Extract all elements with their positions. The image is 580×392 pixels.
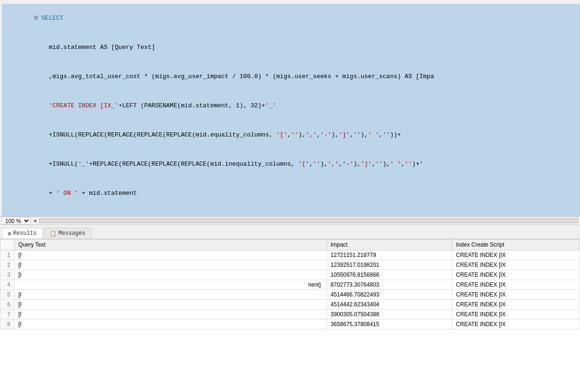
zoom-select[interactable]: 100 % 75 % 50 % 125 % (2, 217, 31, 224)
collapse-icon: ⊟ (34, 15, 41, 22)
cell-query-6: [I (15, 300, 327, 310)
zoom-control: 100 % 75 % 50 % 125 % ◀ (2, 217, 37, 224)
row-num-3: 3 (0, 270, 15, 280)
cell-query-5: [I (15, 290, 327, 300)
cell-impact-2: 12392517.0198201 (326, 260, 452, 270)
line-code-6: +ISNULL('_'+REPLACE(REPLACE(REPLACE(REPL… (2, 150, 580, 178)
cell-query-3: [I (15, 270, 327, 280)
header-row: Query Text Impact Index Create Script (0, 240, 580, 250)
table-row: 8 [I 3658675.37808415 CREATE INDEX [IX (0, 320, 580, 329)
code-line-7: + ' ON ' + mid.statement (2, 179, 580, 208)
col-impact: Impact (326, 240, 452, 250)
cell-impact-8: 3658675.37808415 (326, 320, 452, 329)
cell-query-8: [I (15, 320, 327, 329)
row-num-7: 7 (0, 310, 15, 320)
table-body: 1 [I 12721151.218779 CREATE INDEX [IX 2 … (0, 250, 580, 329)
tab-messages-label: Messages (58, 230, 86, 237)
cell-script-3: CREATE INDEX [IX (452, 270, 580, 280)
tab-messages[interactable]: 📋 Messages (44, 228, 92, 239)
table-header: Query Text Impact Index Create Script (0, 240, 580, 250)
scroll-left-arrow[interactable]: ◀ (32, 218, 37, 224)
code-content: ⊟ SELECT mid.statement AS [Query Text] ,… (0, 0, 580, 216)
row-num-6: 6 (0, 300, 15, 310)
cell-impact-3: 10550976.8156866 (326, 270, 452, 280)
table-row: 5 [I 4514466.70822493 CREATE INDEX [IX (0, 290, 580, 300)
tab-results[interactable]: ⊞ Results (2, 228, 43, 239)
line-code-5: +ISNULL(REPLACE(REPLACE(REPLACE(REPLACE(… (2, 121, 580, 149)
col-rownum (0, 240, 15, 250)
row-num-2: 2 (0, 260, 15, 270)
cell-impact-1: 12721151.218779 (326, 250, 452, 260)
scrollbar-track[interactable] (39, 218, 578, 223)
line-code-1: ⊟ SELECT (2, 4, 580, 32)
table-row: 1 [I 12721151.218779 CREATE INDEX [IX (0, 250, 580, 260)
code-line-2: mid.statement AS [Query Text] (2, 33, 580, 62)
row-num-8: 8 (0, 320, 15, 329)
tab-results-label: Results (13, 230, 37, 237)
row-num-1: 1 (0, 250, 15, 260)
row-num-4: 4 (0, 280, 15, 290)
code-line-5: +ISNULL(REPLACE(REPLACE(REPLACE(REPLACE(… (2, 120, 580, 150)
table-row: 4 nent] 8702773.30764803 CREATE INDEX [I… (0, 280, 580, 290)
row-num-5: 5 (0, 290, 15, 300)
cell-script-1: CREATE INDEX [IX (452, 250, 580, 260)
table-row: 7 [I 3900305.07504388 CREATE INDEX [IX (0, 310, 580, 320)
line-code-3: ,migs.avg_total_user_cost * (migs.avg_us… (2, 63, 580, 91)
col-index-script: Index Create Script (452, 240, 580, 250)
cell-script-7: CREATE INDEX [IX (452, 310, 580, 320)
results-table-container: Query Text Impact Index Create Script 1 … (0, 239, 580, 392)
cell-impact-7: 3900305.07504388 (326, 310, 452, 320)
line-code-7: + ' ON ' + mid.statement (2, 179, 580, 208)
table-row: 6 [I 4514442.62343404 CREATE INDEX [IX (0, 300, 580, 310)
code-editor: ⊟ SELECT mid.statement AS [Query Text] ,… (0, 0, 580, 216)
table-row: 3 [I 10550976.8156866 CREATE INDEX [IX (0, 270, 580, 280)
cell-script-8: CREATE INDEX [IX (452, 320, 580, 329)
code-line-1: ⊟ SELECT (2, 4, 580, 33)
code-line-6: +ISNULL('_'+REPLACE(REPLACE(REPLACE(REPL… (2, 150, 580, 179)
results-panel: ⊞ Results 📋 Messages Query Text Impact I… (0, 225, 580, 392)
cell-impact-4: 8702773.30764803 (326, 280, 452, 290)
col-query-text: Query Text (15, 240, 327, 250)
keyword-select: SELECT (41, 15, 64, 22)
cell-script-5: CREATE INDEX [IX (452, 290, 580, 300)
code-line-4: 'CREATE INDEX [IX_'+LEFT (PARSENAME(mid.… (2, 91, 580, 120)
line-code-4: 'CREATE INDEX [IX_'+LEFT (PARSENAME(mid.… (2, 92, 580, 120)
scrollbar-area: 100 % 75 % 50 % 125 % ◀ (0, 216, 580, 225)
cell-query-1: [I (15, 250, 327, 260)
cell-query-4: nent] (15, 280, 327, 290)
line-code-2: mid.statement AS [Query Text] (2, 33, 580, 62)
results-table: Query Text Impact Index Create Script 1 … (0, 239, 580, 329)
table-row: 2 [I 12392517.0198201 CREATE INDEX [IX (0, 260, 580, 270)
cell-script-2: CREATE INDEX [IX (452, 260, 580, 270)
cell-query-2: [I (15, 260, 327, 270)
cell-script-4: CREATE INDEX [IX (452, 280, 580, 290)
cell-impact-5: 4514466.70822493 (326, 290, 452, 300)
cell-query-7: [I (15, 310, 327, 320)
results-tabs: ⊞ Results 📋 Messages (0, 225, 580, 239)
results-tab-icon: ⊞ (8, 231, 11, 237)
cell-script-6: CREATE INDEX [IX (452, 300, 580, 310)
messages-tab-icon: 📋 (50, 231, 56, 237)
code-line-3: ,migs.avg_total_user_cost * (migs.avg_us… (2, 62, 580, 91)
line-code-8: + '(' + ISNULL (mid.equality_columns,'') (2, 208, 580, 216)
code-line-8: + '(' + ISNULL (mid.equality_columns,'') (2, 208, 580, 216)
cell-impact-6: 4514442.62343404 (326, 300, 452, 310)
